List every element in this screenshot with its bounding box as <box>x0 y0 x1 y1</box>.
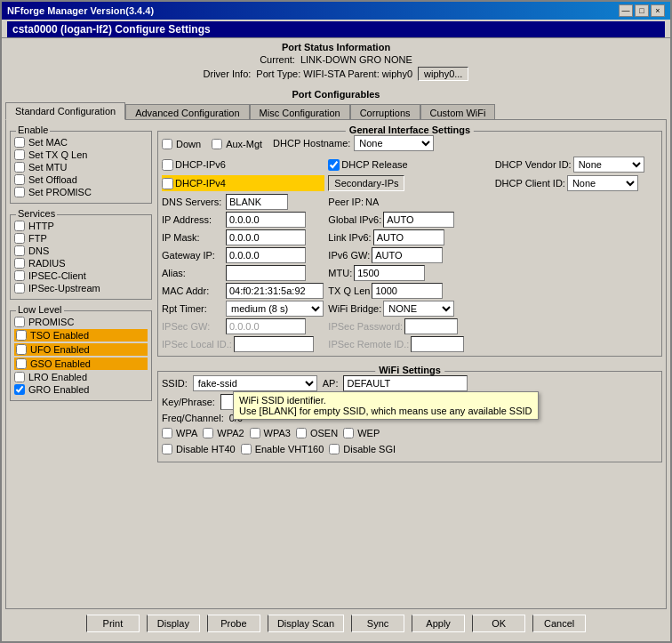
lro-enabled-checkbox[interactable] <box>14 372 25 382</box>
ap-label: AP: <box>323 378 339 389</box>
tso-enabled-checkbox[interactable] <box>16 330 27 341</box>
ok-button[interactable]: OK <box>472 615 525 632</box>
set-offload-checkbox[interactable] <box>14 174 25 185</box>
gro-enabled-label: GRO Enabled <box>28 384 89 395</box>
port-status-section: Port Status Information Current: LINK-DO… <box>5 42 667 83</box>
ufo-enabled-checkbox[interactable] <box>16 344 27 355</box>
ip-address-input[interactable] <box>226 212 306 228</box>
current-label: Current: <box>260 54 295 65</box>
radius-checkbox[interactable] <box>14 258 25 269</box>
gso-enabled-checkbox[interactable] <box>16 358 27 369</box>
dns-label: DNS Servers: <box>162 197 224 207</box>
services-title: Services <box>16 208 57 219</box>
radius-label: RADIUS <box>28 258 66 269</box>
dhcp-ipv6-checkbox[interactable] <box>162 159 173 171</box>
dns-checkbox[interactable] <box>14 245 25 256</box>
wifi-bridge-label: WiFi Bridge: <box>328 303 381 314</box>
rpt-timer-select[interactable]: medium (8 s) <box>226 301 324 317</box>
tab-standard[interactable]: Standard Configuration <box>5 102 125 120</box>
tx-q-len-field: TX Q Len <box>328 283 491 299</box>
tx-q-len-input[interactable] <box>372 283 443 299</box>
set-mtu-checkbox[interactable] <box>14 162 25 173</box>
secondary-ips-button[interactable]: Secondary-IPs <box>328 175 404 191</box>
dhcp-client-select[interactable]: None <box>567 175 638 191</box>
ipv6-gw-input[interactable] <box>372 247 443 263</box>
dns-row: DNS <box>14 245 148 256</box>
link-ipv6-field: Link IPv6: <box>328 229 491 245</box>
wiphy-button[interactable]: wiphy0... <box>418 67 468 81</box>
maximize-button[interactable]: □ <box>635 4 649 17</box>
current-status-row: Current: LINK-DOWN GRO NONE <box>5 54 667 65</box>
http-checkbox[interactable] <box>14 221 25 231</box>
minimize-button[interactable]: — <box>619 4 633 17</box>
ipsec-upstream-checkbox[interactable] <box>14 283 25 293</box>
mac-addr-input[interactable] <box>226 283 324 299</box>
gateway-ip-input[interactable] <box>226 247 306 263</box>
driver-label: Driver Info: <box>204 68 252 79</box>
wpa3-row: WPA3 <box>250 428 291 438</box>
tso-enabled-row: TSO Enabled <box>14 329 148 342</box>
osen-checkbox[interactable] <box>296 428 307 438</box>
wifi-bridge-select[interactable]: NONE <box>383 301 454 317</box>
ipsec-password-field: IPSec Password: <box>328 318 491 334</box>
tso-enabled-label: TSO Enabled <box>30 330 89 341</box>
ipsec-gw-input[interactable] <box>226 318 306 334</box>
gso-enabled-label: GSO Enabled <box>30 358 91 369</box>
cancel-button[interactable]: Cancel <box>532 615 586 632</box>
alias-input[interactable] <box>226 265 306 281</box>
aux-mgt-checkbox[interactable] <box>212 139 222 149</box>
enable-vht160-checkbox[interactable] <box>241 444 252 454</box>
print-button[interactable]: Print <box>86 615 140 632</box>
ipsec-password-input[interactable] <box>404 318 458 334</box>
wep-row: WEP <box>343 428 380 438</box>
link-ipv6-input[interactable] <box>373 229 444 245</box>
promisc-checkbox[interactable] <box>14 317 25 327</box>
dhcp-client-label: DHCP Client ID: <box>495 178 565 189</box>
ipsec-remote-input[interactable] <box>411 336 464 352</box>
set-mac-row: Set MAC <box>14 137 148 148</box>
driver-value: Port Type: WIFI-STA Parent: wiphy0 <box>256 68 412 79</box>
ap-input[interactable] <box>343 375 468 391</box>
set-mtu-label: Set MTU <box>28 162 67 173</box>
dhcp-client-row: DHCP Client ID: None <box>495 175 658 191</box>
global-ipv6-input[interactable] <box>383 212 454 228</box>
left-panel: Enable Set MAC Set TX Q Len Set MTU <box>10 124 152 605</box>
title-bar-buttons: — □ × <box>619 4 665 17</box>
low-level-group: Low Level PROMISC TSO Enabled UFO Enable… <box>10 310 152 401</box>
wep-checkbox[interactable] <box>343 428 354 438</box>
set-promisc-checkbox[interactable] <box>14 187 25 197</box>
ssid-select[interactable]: fake-ssid <box>193 375 317 391</box>
dhcp-ipv4-checkbox[interactable] <box>162 178 173 189</box>
disable-ht40-checkbox[interactable] <box>162 444 172 454</box>
display-scan-button[interactable]: Display Scan <box>268 615 344 632</box>
dhcp-release-checkbox[interactable] <box>328 159 340 171</box>
wifi-settings-section: WiFi Settings SSID: fake-ssid AP: WiFi S… <box>157 371 662 462</box>
display-button[interactable]: Display <box>147 615 200 632</box>
sync-button[interactable]: Sync <box>351 615 404 632</box>
ipsec-local-label: IPSec Local ID.: <box>162 339 232 350</box>
dhcp-ipv6-field: DHCP-IPv6 <box>162 157 324 173</box>
dns-servers-input[interactable] <box>226 194 288 210</box>
promisc-row: PROMISC <box>14 317 148 327</box>
wpa-checkbox[interactable] <box>162 428 172 438</box>
wpa2-checkbox[interactable] <box>203 428 213 438</box>
set-tx-q-len-checkbox[interactable] <box>14 149 25 160</box>
dhcp-vendor-select[interactable]: None <box>573 157 644 173</box>
ftp-checkbox[interactable] <box>14 233 25 244</box>
tabs-container: Standard Configuration Advanced Configur… <box>5 102 667 120</box>
apply-button[interactable]: Apply <box>412 615 465 632</box>
wpa3-checkbox[interactable] <box>250 428 260 438</box>
ipsec-local-input[interactable] <box>234 336 314 352</box>
dhcp-hostname-select[interactable]: None <box>354 135 434 151</box>
disable-sgi-checkbox[interactable] <box>329 444 340 454</box>
probe-button[interactable]: Probe <box>207 615 260 632</box>
set-mac-checkbox[interactable] <box>14 137 25 148</box>
ipsec-client-checkbox[interactable] <box>14 270 25 281</box>
close-button[interactable]: × <box>651 4 665 17</box>
gro-enabled-checkbox[interactable] <box>14 384 25 395</box>
ip-mask-input[interactable] <box>226 229 306 245</box>
down-checkbox[interactable] <box>162 139 172 149</box>
ftp-label: FTP <box>28 233 47 244</box>
mtu-input[interactable] <box>354 265 425 281</box>
down-check-row: Down <box>162 139 201 149</box>
